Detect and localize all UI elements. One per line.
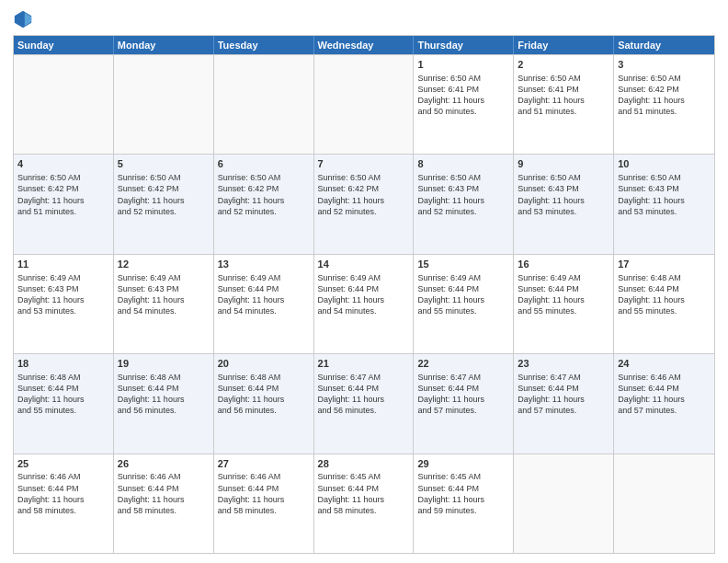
cell-info: Sunrise: 6:49 AM Sunset: 6:44 PM Dayligh…	[518, 272, 609, 317]
cell-info: Sunrise: 6:50 AM Sunset: 6:43 PM Dayligh…	[618, 172, 711, 217]
cal-header-saturday: Saturday	[614, 36, 714, 54]
day-number: 2	[518, 58, 609, 72]
cal-cell-r0c6: 3Sunrise: 6:50 AM Sunset: 6:42 PM Daylig…	[614, 55, 714, 154]
day-number: 6	[218, 157, 310, 171]
cal-cell-r4c4: 29Sunrise: 6:45 AM Sunset: 6:44 PM Dayli…	[414, 454, 514, 553]
header	[13, 9, 715, 29]
cell-info: Sunrise: 6:49 AM Sunset: 6:44 PM Dayligh…	[417, 272, 509, 317]
logo-icon	[13, 9, 33, 29]
cell-info: Sunrise: 6:50 AM Sunset: 6:41 PM Dayligh…	[518, 73, 609, 118]
cal-cell-r1c3: 7Sunrise: 6:50 AM Sunset: 6:42 PM Daylig…	[314, 155, 415, 253]
cal-cell-r4c5	[514, 454, 614, 553]
page: SundayMondayTuesdayWednesdayThursdayFrid…	[0, 0, 728, 563]
cal-header-tuesday: Tuesday	[214, 36, 314, 54]
cal-cell-r1c6: 10Sunrise: 6:50 AM Sunset: 6:43 PM Dayli…	[614, 155, 714, 253]
cell-info: Sunrise: 6:47 AM Sunset: 6:44 PM Dayligh…	[518, 372, 609, 417]
cell-info: Sunrise: 6:45 AM Sunset: 6:44 PM Dayligh…	[417, 471, 509, 516]
day-number: 29	[417, 457, 509, 471]
day-number: 21	[318, 357, 410, 371]
cal-cell-r2c6: 17Sunrise: 6:48 AM Sunset: 6:44 PM Dayli…	[614, 255, 714, 353]
cell-info: Sunrise: 6:45 AM Sunset: 6:44 PM Dayligh…	[318, 471, 410, 516]
cell-info: Sunrise: 6:48 AM Sunset: 6:44 PM Dayligh…	[118, 372, 210, 417]
cell-info: Sunrise: 6:50 AM Sunset: 6:42 PM Dayligh…	[218, 172, 310, 217]
cal-cell-r2c2: 13Sunrise: 6:49 AM Sunset: 6:44 PM Dayli…	[214, 255, 314, 353]
day-number: 28	[318, 457, 410, 471]
cell-info: Sunrise: 6:50 AM Sunset: 6:42 PM Dayligh…	[318, 172, 410, 217]
cal-cell-r3c2: 20Sunrise: 6:48 AM Sunset: 6:44 PM Dayli…	[214, 354, 314, 453]
cal-cell-r1c1: 5Sunrise: 6:50 AM Sunset: 6:42 PM Daylig…	[114, 155, 214, 253]
day-number: 25	[17, 457, 109, 471]
logo	[13, 9, 37, 29]
day-number: 9	[518, 157, 609, 171]
day-number: 19	[118, 357, 210, 371]
cal-cell-r1c5: 9Sunrise: 6:50 AM Sunset: 6:43 PM Daylig…	[514, 155, 614, 253]
cal-cell-r3c4: 22Sunrise: 6:47 AM Sunset: 6:44 PM Dayli…	[414, 354, 514, 453]
cal-header-wednesday: Wednesday	[314, 36, 415, 54]
cal-cell-r0c0	[14, 55, 114, 154]
cal-cell-r1c0: 4Sunrise: 6:50 AM Sunset: 6:42 PM Daylig…	[14, 155, 114, 253]
cal-cell-r4c6	[614, 454, 714, 553]
cal-cell-r0c5: 2Sunrise: 6:50 AM Sunset: 6:41 PM Daylig…	[514, 55, 614, 154]
cell-info: Sunrise: 6:49 AM Sunset: 6:44 PM Dayligh…	[218, 272, 310, 317]
cal-row-2: 11Sunrise: 6:49 AM Sunset: 6:43 PM Dayli…	[14, 254, 714, 353]
day-number: 14	[318, 258, 410, 271]
cal-cell-r2c4: 15Sunrise: 6:49 AM Sunset: 6:44 PM Dayli…	[414, 255, 514, 353]
cal-cell-r2c0: 11Sunrise: 6:49 AM Sunset: 6:43 PM Dayli…	[14, 255, 114, 353]
cell-info: Sunrise: 6:49 AM Sunset: 6:43 PM Dayligh…	[17, 272, 109, 317]
day-number: 26	[118, 457, 210, 471]
day-number: 15	[417, 258, 509, 271]
cal-header-sunday: Sunday	[14, 36, 114, 54]
cell-info: Sunrise: 6:49 AM Sunset: 6:44 PM Dayligh…	[318, 272, 410, 317]
cell-info: Sunrise: 6:46 AM Sunset: 6:44 PM Dayligh…	[618, 372, 711, 417]
cal-cell-r1c2: 6Sunrise: 6:50 AM Sunset: 6:42 PM Daylig…	[214, 155, 314, 253]
cal-row-1: 4Sunrise: 6:50 AM Sunset: 6:42 PM Daylig…	[14, 154, 714, 253]
cal-row-3: 18Sunrise: 6:48 AM Sunset: 6:44 PM Dayli…	[14, 353, 714, 453]
day-number: 12	[118, 258, 210, 271]
cal-cell-r3c0: 18Sunrise: 6:48 AM Sunset: 6:44 PM Dayli…	[14, 354, 114, 453]
day-number: 16	[518, 258, 609, 271]
calendar: SundayMondayTuesdayWednesdayThursdayFrid…	[13, 35, 715, 554]
cell-info: Sunrise: 6:49 AM Sunset: 6:43 PM Dayligh…	[118, 272, 210, 317]
cal-cell-r4c3: 28Sunrise: 6:45 AM Sunset: 6:44 PM Dayli…	[314, 454, 415, 553]
cal-cell-r3c1: 19Sunrise: 6:48 AM Sunset: 6:44 PM Dayli…	[114, 354, 214, 453]
day-number: 27	[218, 457, 310, 471]
cell-info: Sunrise: 6:46 AM Sunset: 6:44 PM Dayligh…	[17, 471, 109, 516]
calendar-header-row: SundayMondayTuesdayWednesdayThursdayFrid…	[14, 36, 714, 54]
cell-info: Sunrise: 6:47 AM Sunset: 6:44 PM Dayligh…	[417, 372, 509, 417]
day-number: 24	[618, 357, 711, 371]
cal-cell-r0c4: 1Sunrise: 6:50 AM Sunset: 6:41 PM Daylig…	[414, 55, 514, 154]
cal-cell-r0c3	[314, 55, 415, 154]
cal-header-thursday: Thursday	[414, 36, 514, 54]
day-number: 8	[417, 157, 509, 171]
cell-info: Sunrise: 6:48 AM Sunset: 6:44 PM Dayligh…	[218, 372, 310, 417]
cal-cell-r2c5: 16Sunrise: 6:49 AM Sunset: 6:44 PM Dayli…	[514, 255, 614, 353]
day-number: 22	[417, 357, 509, 371]
cal-header-monday: Monday	[114, 36, 214, 54]
day-number: 11	[17, 258, 109, 271]
cell-info: Sunrise: 6:47 AM Sunset: 6:44 PM Dayligh…	[318, 372, 410, 417]
cal-row-0: 1Sunrise: 6:50 AM Sunset: 6:41 PM Daylig…	[14, 54, 714, 154]
day-number: 3	[618, 58, 711, 72]
day-number: 1	[417, 58, 509, 72]
cell-info: Sunrise: 6:50 AM Sunset: 6:41 PM Dayligh…	[417, 73, 509, 118]
cell-info: Sunrise: 6:50 AM Sunset: 6:43 PM Dayligh…	[417, 172, 509, 217]
day-number: 13	[218, 258, 310, 271]
cal-cell-r3c5: 23Sunrise: 6:47 AM Sunset: 6:44 PM Dayli…	[514, 354, 614, 453]
day-number: 17	[618, 258, 711, 271]
cal-cell-r2c1: 12Sunrise: 6:49 AM Sunset: 6:43 PM Dayli…	[114, 255, 214, 353]
day-number: 23	[518, 357, 609, 371]
cal-cell-r4c1: 26Sunrise: 6:46 AM Sunset: 6:44 PM Dayli…	[114, 454, 214, 553]
calendar-body: 1Sunrise: 6:50 AM Sunset: 6:41 PM Daylig…	[14, 54, 714, 553]
cell-info: Sunrise: 6:46 AM Sunset: 6:44 PM Dayligh…	[218, 471, 310, 516]
day-number: 5	[118, 157, 210, 171]
day-number: 10	[618, 157, 711, 171]
cell-info: Sunrise: 6:48 AM Sunset: 6:44 PM Dayligh…	[17, 372, 109, 417]
day-number: 4	[17, 157, 109, 171]
cal-cell-r0c1	[114, 55, 214, 154]
cell-info: Sunrise: 6:50 AM Sunset: 6:43 PM Dayligh…	[518, 172, 609, 217]
cal-cell-r2c3: 14Sunrise: 6:49 AM Sunset: 6:44 PM Dayli…	[314, 255, 415, 353]
day-number: 20	[218, 357, 310, 371]
cal-cell-r1c4: 8Sunrise: 6:50 AM Sunset: 6:43 PM Daylig…	[414, 155, 514, 253]
cal-header-friday: Friday	[514, 36, 614, 54]
cell-info: Sunrise: 6:48 AM Sunset: 6:44 PM Dayligh…	[618, 272, 711, 317]
